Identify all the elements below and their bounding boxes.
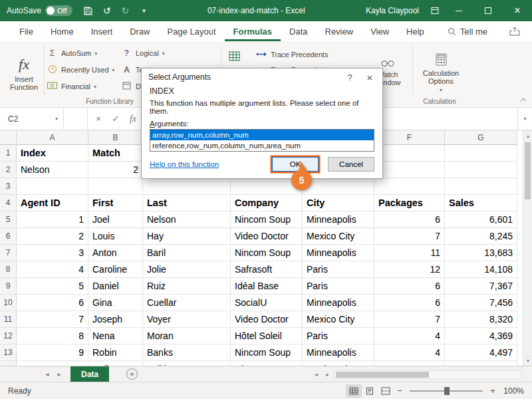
row-header-14[interactable]: 14 xyxy=(0,361,17,366)
cell-F3[interactable] xyxy=(374,178,445,195)
column-header-B[interactable]: B xyxy=(88,130,143,145)
zoom-percent[interactable]: 100% xyxy=(499,386,524,396)
ribbon-tab-review[interactable]: Review xyxy=(317,21,362,41)
expand-formula-bar-button[interactable]: ▾ xyxy=(517,108,532,130)
cell-A13[interactable]: 9 xyxy=(17,344,88,361)
cell-E4[interactable]: City xyxy=(303,195,374,211)
scroll-left-icon[interactable]: ◂ xyxy=(311,371,321,378)
quick-access-caret-button[interactable]: ▾ xyxy=(135,0,154,21)
calculation-options-button[interactable]: Calculation Options ▾ xyxy=(418,45,464,101)
ribbon-tab-data[interactable]: Data xyxy=(281,21,316,41)
cell-C6[interactable]: Hay xyxy=(143,228,231,245)
cell-G9[interactable]: 7,367 xyxy=(445,278,517,295)
share-button[interactable] xyxy=(509,21,520,41)
tell-me-button[interactable]: Tell me xyxy=(448,21,487,41)
cell-B14[interactable]: Sofia xyxy=(88,361,143,366)
save-button[interactable] xyxy=(79,0,98,21)
cell-A4[interactable]: Agent ID xyxy=(17,195,88,211)
cell-A10[interactable]: 6 xyxy=(17,295,88,311)
cell-C4[interactable]: Last xyxy=(143,195,231,211)
cell-G14[interactable]: 1,344 xyxy=(445,361,517,366)
row-header-1[interactable]: 1 xyxy=(0,145,17,162)
name-box[interactable]: C2 ▾ xyxy=(0,108,64,130)
cell-C5[interactable]: Nelson xyxy=(143,211,231,228)
cell-E13[interactable]: Minneapolis xyxy=(303,344,374,361)
financial-button[interactable]: Financial ▾ xyxy=(47,81,115,92)
ribbon-tab-draw[interactable]: Draw xyxy=(121,21,158,41)
cell-D9[interactable]: Idéal Base xyxy=(231,278,303,295)
horizontal-scrollbar[interactable]: ◂ ▸ xyxy=(311,369,521,380)
cell-F11[interactable]: 7 xyxy=(374,311,445,328)
cell-C8[interactable]: Jolie xyxy=(143,261,231,278)
cell-C13[interactable]: Banks xyxy=(143,344,231,361)
cell-D8[interactable]: Safrasoft xyxy=(231,261,303,278)
cell-E10[interactable]: Minneapolis xyxy=(303,295,374,311)
ribbon-tab-formulas[interactable]: Formulas xyxy=(225,21,281,41)
cell-F1[interactable] xyxy=(374,145,445,162)
dialog-title-bar[interactable]: Select Arguments ? × xyxy=(142,68,382,86)
sheet-tab-data[interactable]: Data xyxy=(70,366,109,382)
cell-G5[interactable]: 6,601 xyxy=(445,211,517,228)
column-header-F[interactable]: F xyxy=(374,130,445,145)
argument-option-1[interactable]: reference,row_num,column_num,area_num xyxy=(150,140,374,151)
ribbon-tab-help[interactable]: Help xyxy=(398,21,433,41)
cell-D13[interactable]: Nincom Soup xyxy=(231,344,303,361)
row-header-4[interactable]: 4 xyxy=(0,195,17,211)
cell-D7[interactable]: Nincom Soup xyxy=(231,245,303,261)
cell-C14[interactable]: Vallée xyxy=(143,361,231,366)
cell-E5[interactable]: Minneapolis xyxy=(303,211,374,228)
cell-B12[interactable]: Nena xyxy=(88,328,143,344)
row-header-2[interactable]: 2 xyxy=(0,162,17,178)
name-box-splitter[interactable] xyxy=(64,108,88,130)
cell-F8[interactable]: 12 xyxy=(374,261,445,278)
dialog-close-button[interactable]: × xyxy=(360,70,380,84)
cell-B7[interactable]: Anton xyxy=(88,245,143,261)
new-sheet-button[interactable]: + xyxy=(126,368,138,380)
row-header-10[interactable]: 10 xyxy=(0,295,17,311)
ribbon-tab-page-layout[interactable]: Page Layout xyxy=(159,21,225,41)
row-header-3[interactable]: 3 xyxy=(0,178,17,195)
cell-C12[interactable]: Moran xyxy=(143,328,231,344)
argument-option-0[interactable]: array,row_num,column_num xyxy=(150,130,374,140)
collapse-ribbon-button[interactable] xyxy=(520,95,527,103)
ribbon-tab-home[interactable]: Home xyxy=(42,21,82,41)
help-on-function-link[interactable]: Help on this function xyxy=(150,160,272,168)
cell-F7[interactable]: 11 xyxy=(374,245,445,261)
horizontal-scroll-track[interactable] xyxy=(334,370,521,379)
cell-B2[interactable]: 2 xyxy=(88,162,143,178)
column-header-G[interactable]: G xyxy=(445,130,517,145)
cell-D12[interactable]: Hôtel Soleil xyxy=(231,328,303,344)
cell-G10[interactable]: 7,456 xyxy=(445,295,517,311)
zoom-in-button[interactable]: + xyxy=(487,386,499,396)
zoom-slider[interactable] xyxy=(410,390,483,392)
cell-G7[interactable]: 13,683 xyxy=(445,245,517,261)
cell-D5[interactable]: Nincom Soup xyxy=(231,211,303,228)
row-header-5[interactable]: 5 xyxy=(0,211,17,228)
zoom-slider-thumb[interactable] xyxy=(444,387,450,395)
undo-button[interactable]: ↺ xyxy=(98,0,116,21)
cell-B6[interactable]: Louis xyxy=(88,228,143,245)
insert-function-fx-button[interactable]: fx xyxy=(125,108,141,130)
cell-E7[interactable]: Minneapolis xyxy=(303,245,374,261)
cell-G1[interactable] xyxy=(445,145,517,162)
cell-F12[interactable]: 4 xyxy=(374,328,445,344)
cell-A5[interactable]: 1 xyxy=(17,211,88,228)
row-header-11[interactable]: 11 xyxy=(0,311,17,328)
cell-F9[interactable]: 6 xyxy=(374,278,445,295)
cell-B10[interactable]: Gina xyxy=(88,295,143,311)
cell-B4[interactable]: First xyxy=(88,195,143,211)
row-header-8[interactable]: 8 xyxy=(0,261,17,278)
cell-C11[interactable]: Voyer xyxy=(143,311,231,328)
trace-precedents-button[interactable]: Trace Precedents xyxy=(256,49,331,60)
cell-A3[interactable] xyxy=(17,178,88,195)
cell-C9[interactable]: Ruiz xyxy=(143,278,231,295)
scroll-down-icon[interactable]: ▾ xyxy=(523,355,532,366)
ribbon-display-options-button[interactable] xyxy=(426,0,444,21)
sheet-nav-right-icon[interactable]: ▸ xyxy=(53,366,65,382)
name-manager-button[interactable] xyxy=(225,47,243,65)
page-break-view-button[interactable] xyxy=(378,384,394,398)
autosum-button[interactable]: Σ AutoSum ▾ xyxy=(47,48,115,59)
cell-G2[interactable] xyxy=(445,162,517,178)
logical-button[interactable]: ? Logical ▾ xyxy=(121,48,182,59)
cell-E9[interactable]: Paris xyxy=(303,278,374,295)
